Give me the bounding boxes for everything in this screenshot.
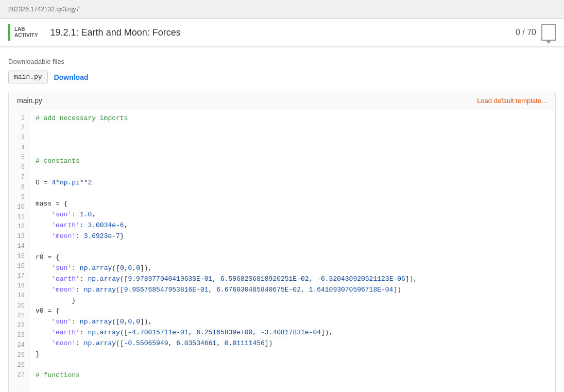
page-title: 19.2.1: Earth and Moon: Forces — [50, 27, 516, 38]
line-num-20: 20 — [9, 301, 29, 311]
downloadable-label: Downloadable files — [8, 58, 556, 65]
line-num-18: 18 — [9, 281, 29, 291]
line-num-22: 22 — [9, 321, 29, 331]
line-num-6: 6 — [9, 163, 29, 173]
line-num-19: 19 — [9, 291, 29, 301]
load-template-link[interactable]: Load default template... — [477, 97, 547, 105]
code-editor[interactable]: 1 2 3 4 5 6 7 8 9 10 11 12 13 14 15 16 1… — [9, 109, 555, 392]
line-num-9: 9 — [9, 193, 29, 202]
download-row: main.py Download — [8, 71, 556, 83]
flag-icon[interactable] — [541, 24, 556, 41]
line-num-5: 5 — [9, 153, 29, 163]
score-text: 0 / 70 — [516, 28, 536, 37]
download-link[interactable]: Download — [54, 73, 89, 81]
score-area: 0 / 70 — [516, 24, 556, 41]
line-num-3: 3 — [9, 133, 29, 143]
line-num-10: 10 — [9, 202, 29, 212]
line-num-11: 11 — [9, 212, 29, 222]
line-num-12: 12 — [9, 222, 29, 232]
line-num-14: 14 — [9, 242, 29, 251]
line-num-21: 21 — [9, 311, 29, 321]
line-num-25: 25 — [9, 351, 29, 361]
line-num-24: 24 — [9, 340, 29, 350]
line-num-17: 17 — [9, 271, 29, 281]
line-num-1: 1 — [9, 113, 29, 123]
line-num-15: 15 — [9, 252, 29, 262]
line-num-7: 7 — [9, 173, 29, 182]
line-num-23: 23 — [9, 331, 29, 340]
file-badge: main.py — [8, 71, 48, 83]
line-num-16: 16 — [9, 262, 29, 271]
lab-badge-line2: ACTIVITY — [14, 32, 38, 39]
lab-badge-line1: LAB — [14, 26, 38, 32]
line-numbers: 1 2 3 4 5 6 7 8 9 10 11 12 13 14 15 16 1… — [9, 109, 29, 392]
top-bar: 282326.1742132.qx3zqy7 — [0, 0, 564, 19]
header: LAB ACTIVITY 19.2.1: Earth and Moon: For… — [0, 19, 564, 47]
line-num-4: 4 — [9, 143, 29, 153]
breadcrumb: 282326.1742132.qx3zqy7 — [8, 6, 79, 13]
main-content: Downloadable files main.py Download main… — [0, 47, 564, 392]
line-num-2: 2 — [9, 123, 29, 133]
code-area: main.py Load default template... 1 2 3 4… — [8, 92, 556, 392]
downloadable-section: Downloadable files main.py Download — [8, 58, 556, 83]
line-num-8: 8 — [9, 182, 29, 192]
line-num-13: 13 — [9, 232, 29, 242]
line-num-27: 27 — [9, 370, 29, 380]
code-content[interactable]: # add necessary imports # constants G = … — [29, 109, 555, 392]
code-header: main.py Load default template... — [9, 92, 555, 109]
code-filename: main.py — [17, 96, 42, 105]
line-num-26: 26 — [9, 361, 29, 370]
lab-badge: LAB ACTIVITY — [8, 24, 42, 41]
